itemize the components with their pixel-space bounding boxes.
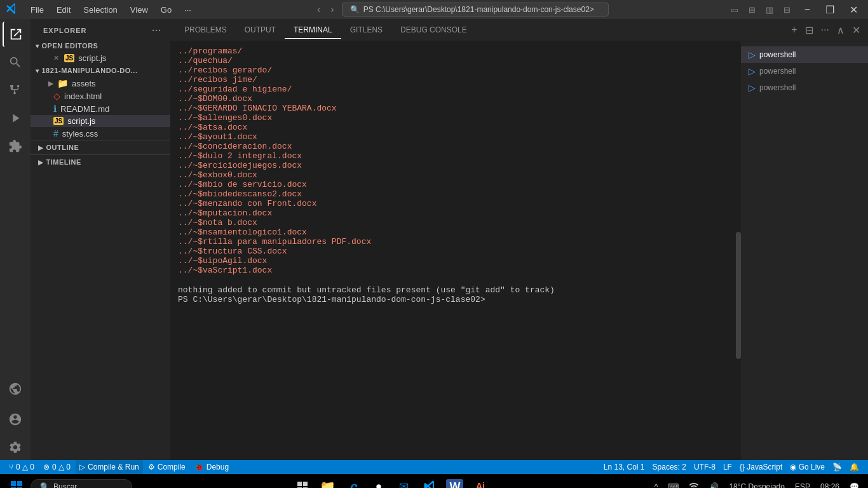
sidebar-more-button[interactable]: ··· [151,24,163,37]
accounts-icon[interactable] [3,407,28,432]
taskbar-start-button[interactable] [3,481,31,488]
panel-actions: + ⊟ ··· ∧ ✕ [789,23,863,37]
powershell-tab-1[interactable]: ▷ powershell [741,46,868,63]
panel-toggle-button[interactable]: ∧ [834,23,847,37]
notification-icon[interactable]: 🔔 [846,460,863,474]
menu-view[interactable]: View [125,4,153,16]
titlebar-right: ▭ ⊞ ▥ ⊟ − ❐ ✕ [727,3,863,17]
layout-icon-4[interactable]: ⊟ [780,3,794,17]
terminal-line: ../~$uipoAgil.docx [178,256,728,266]
main-area: PROBLEMS OUTPUT TERMINAL GITLENS DEBUG C… [170,19,868,460]
debug-button[interactable]: 🐞 Debug [191,460,233,474]
taskbar-search-bar[interactable]: 🔍 Buscar [31,479,132,488]
taskbar-keyboard[interactable]: ⌨ [664,481,682,488]
remote-status[interactable]: 📡 [829,460,846,474]
taskbar-vscode-app[interactable] [418,475,441,488]
terminal-scrollbar[interactable] [736,41,741,460]
ln-col-status[interactable]: Ln 13, Col 1 [600,460,649,474]
terminal-tabs-right: ▷ powershell ▷ powershell ▷ powershell [741,41,868,460]
taskbar-edge[interactable] [342,475,365,488]
settings-icon[interactable] [3,435,28,460]
restore-button[interactable]: ❐ [820,3,839,17]
styles-css-file[interactable]: # styles.css [31,127,170,140]
taskbar-notifications[interactable]: 💬 [846,481,863,488]
powershell-tab-3[interactable]: ▷ powershell [741,79,868,96]
taskbar-ai[interactable]: Ai [469,475,492,488]
taskbar-time[interactable]: 08:26 [817,481,843,488]
search-icon: 🔍 [350,5,360,14]
statusbar-right: Ln 13, Col 1 Spaces: 2 UTF-8 LF {} JavaS… [600,460,863,474]
menu-go[interactable]: Go [156,4,177,16]
titlebar-left: File Edit Selection View Go ··· [5,2,196,18]
taskbar-weather[interactable]: 18°C Despejado [725,481,789,488]
taskbar-word[interactable]: W [444,475,466,488]
powershell-tab-2[interactable]: ▷ powershell [741,63,868,79]
compile-button[interactable]: ⚙ Compile [144,460,189,474]
search-icon[interactable] [3,50,28,75]
line-ending-status[interactable]: LF [719,460,736,474]
project-folder-section[interactable]: ▾ 1821-MANIPULANDO-DO... [31,64,170,77]
terminal-line: ../~$nsamientologico1.docx [178,227,728,237]
tab-debug-console[interactable]: DEBUG CONSOLE [391,22,476,38]
taskbar-chrome[interactable] [367,475,390,488]
readme-file[interactable]: ℹ README.md [31,102,170,115]
remote-icon[interactable] [3,376,28,402]
taskbar-file-explorer[interactable]: 📁 [316,475,339,488]
timeline-header[interactable]: ▶ TIMELINE [31,155,170,169]
open-editor-script-js[interactable]: ✕ JS script.js [31,52,170,64]
powershell-label-2: powershell [759,67,796,76]
panel-close-button[interactable]: ✕ [850,23,863,37]
extensions-icon[interactable] [3,133,28,159]
panel-tabs: PROBLEMS OUTPUT TERMINAL GITLENS DEBUG C… [170,19,868,41]
split-terminal-button[interactable]: ⊟ [803,23,816,37]
timeline-section: ▶ TIMELINE [31,154,170,169]
terminal-line: ../~$tructura CSS.docx [178,247,728,256]
layout-icon-2[interactable]: ⊞ [745,3,759,17]
menu-more[interactable]: ··· [179,4,196,16]
terminal-area[interactable]: ../programas/ ../quechua/ ../recibos ger… [170,41,736,460]
minimize-button[interactable]: − [799,3,815,17]
tab-terminal[interactable]: TERMINAL [285,22,341,39]
nav-forward[interactable]: › [328,3,336,17]
nav-back[interactable]: ‹ [315,3,323,17]
language-status[interactable]: {} JavaScript [736,460,786,474]
terminal-line: ../~$nota b.docx [178,218,728,227]
tab-problems[interactable]: PROBLEMS [175,22,236,38]
taskbar-email[interactable]: ✉ [393,475,416,488]
layout-icon-3[interactable]: ▥ [762,3,777,17]
taskbar-chevron[interactable]: ^ [651,481,662,488]
taskbar-task-view[interactable] [291,475,314,488]
outline-header[interactable]: ▶ OUTLINE [31,140,170,154]
compile-run-text: Compile & Run [88,463,139,471]
outline-label: OUTLINE [46,144,79,151]
encoding-status[interactable]: UTF-8 [690,460,719,474]
menu-file[interactable]: File [25,4,49,16]
assets-folder[interactable]: ▶ 📁 assets [31,77,170,90]
taskbar-network[interactable] [685,480,703,489]
tab-gitlens[interactable]: GITLENS [341,22,391,38]
menu-selection[interactable]: Selection [78,4,122,16]
taskbar-lang[interactable]: ESP [791,481,814,488]
go-live-button[interactable]: ◉ Go Live [786,460,829,474]
layout-icon-1[interactable]: ▭ [727,3,742,17]
taskbar-search-icon: 🔍 [40,482,50,488]
search-bar[interactable]: 🔍 PS C:\Users\gerar\Desktop\1821-manipul… [342,3,609,17]
source-control-icon[interactable] [3,78,28,103]
taskbar-volume[interactable]: 🔊 [705,481,722,488]
menu-edit[interactable]: Edit [51,4,76,16]
panel-more-button[interactable]: ··· [818,23,832,37]
explorer-icon[interactable] [3,22,28,47]
spaces-status[interactable]: Spaces: 2 [649,460,690,474]
readme-icon: ℹ [53,104,57,114]
errors-status[interactable]: ⊗ 0 △ 0 [39,460,74,474]
compile-run-button[interactable]: ▷ Compile & Run [76,460,143,474]
open-editors-section[interactable]: ▾ OPEN EDITORS [31,39,170,52]
index-html-file[interactable]: ◇ index.html [31,90,170,102]
tab-output[interactable]: OUTPUT [236,22,285,38]
close-button[interactable]: ✕ [844,3,863,17]
script-js-file[interactable]: JS script.js [31,115,170,127]
run-icon[interactable] [3,105,28,131]
git-branch-status[interactable]: ⑂ 0 △ 0 [5,460,38,474]
new-terminal-button[interactable]: + [789,23,799,37]
close-icon[interactable]: ✕ [53,54,59,62]
